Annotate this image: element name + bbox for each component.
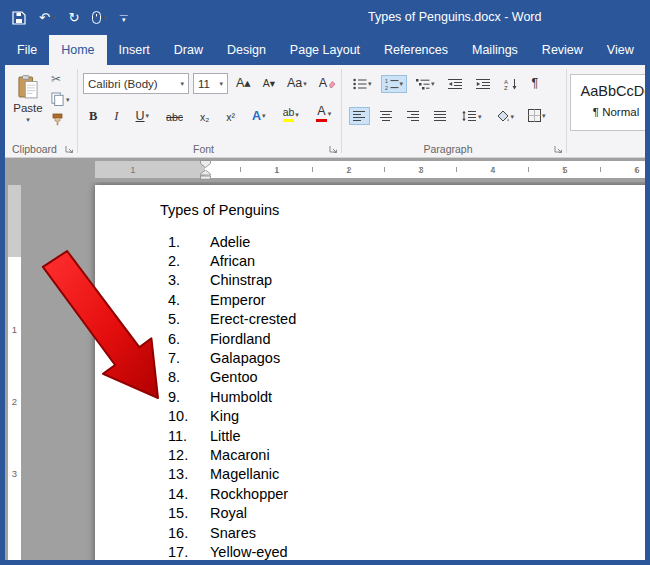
tab-draw[interactable]: Draw <box>162 35 215 65</box>
list-item: 8. Gentoo <box>95 368 645 387</box>
undo-button[interactable]: ↶▾ <box>39 11 55 24</box>
show-formatting-marks-button[interactable]: ¶ <box>528 74 543 93</box>
list-item: 15. Royal <box>95 503 645 522</box>
borders-button[interactable]: ▾ <box>524 106 550 125</box>
font-name-combobox[interactable]: Calibri (Body)▾ <box>83 73 189 94</box>
list-item: 11. Little <box>95 426 645 445</box>
touch-mode-button[interactable]: ▾ <box>92 11 107 24</box>
vertical-ruler[interactable]: 123 <box>5 182 24 560</box>
redo-button[interactable]: ↻ <box>68 11 79 24</box>
tab-home[interactable]: Home <box>49 35 106 65</box>
superscript-icon: x² <box>226 112 235 123</box>
borders-icon <box>528 109 541 122</box>
list-item-number: 7. <box>168 350 210 366</box>
list-item-number: 12. <box>168 447 210 463</box>
paragraph-dialog-launcher[interactable] <box>554 145 563 154</box>
list-item: 13. Magellanic <box>95 465 645 484</box>
shrink-font-button[interactable]: A▾ <box>259 75 279 92</box>
italic-button[interactable]: I <box>110 107 122 126</box>
bold-button[interactable]: B <box>85 107 101 126</box>
tab-view[interactable]: View <box>595 35 645 65</box>
strikethrough-icon: abc <box>166 112 183 123</box>
justify-button[interactable] <box>430 107 451 125</box>
align-center-button[interactable] <box>376 107 397 125</box>
list-item-text: Little <box>210 428 241 444</box>
shading-button[interactable]: ▾ <box>492 107 519 125</box>
bullets-button[interactable]: ▾ <box>349 75 376 93</box>
tab-design[interactable]: Design <box>215 35 278 65</box>
chevron-down-icon: ▾ <box>400 80 404 87</box>
clipboard-small-buttons: ✂ ▾ <box>51 73 70 126</box>
redo-icon: ↻ <box>68 11 79 24</box>
list-item-text: Chinstrap <box>210 272 272 288</box>
list-item: 3. Chinstrap <box>95 271 645 290</box>
hanging-indent-marker[interactable] <box>200 170 211 180</box>
line-spacing-button[interactable]: ▾ <box>457 107 486 125</box>
first-line-indent-marker[interactable] <box>200 160 211 168</box>
paste-button[interactable]: Paste ▾ <box>8 70 48 140</box>
font-dialog-launcher[interactable] <box>329 145 338 154</box>
chevron-down-icon: ▾ <box>368 80 372 87</box>
align-left-button[interactable] <box>349 107 370 125</box>
ruler-number: 2 <box>8 365 21 437</box>
customize-qat-button[interactable]: —▾ <box>120 13 128 23</box>
list-item-number: 4. <box>168 292 210 308</box>
multilevel-list-button[interactable]: ▾ <box>412 75 439 93</box>
font-size-value: 11 <box>198 78 210 90</box>
save-button[interactable] <box>12 11 26 25</box>
tab-insert[interactable]: Insert <box>107 35 162 65</box>
tab-review[interactable]: Review <box>530 35 595 65</box>
grow-font-button[interactable]: A▴ <box>232 74 255 93</box>
ribbon: Paste ▾ ✂ ▾ Clipboard Calibri <box>5 65 645 158</box>
chevron-down-icon: ▾ <box>295 111 299 118</box>
format-painter-icon <box>51 113 64 126</box>
tab-file[interactable]: File <box>5 35 49 65</box>
tab-references[interactable]: References <box>372 35 460 65</box>
highlight-color-button[interactable]: ab ▾ <box>279 104 303 125</box>
align-center-icon <box>380 110 393 122</box>
style-normal[interactable]: AaBbCcDc ¶ Normal <box>570 74 645 131</box>
increase-indent-button[interactable] <box>472 75 495 93</box>
chevron-down-icon: ▾ <box>180 80 184 87</box>
document-title-text: Types of Penguins <box>160 202 279 218</box>
list-item-number: 11. <box>168 428 210 444</box>
underline-button[interactable]: U▾ <box>132 107 154 126</box>
dialog-launcher-icon <box>329 145 338 154</box>
format-painter-button[interactable] <box>51 113 70 126</box>
ruler-number: 1 <box>8 293 21 365</box>
chevron-down-icon: ▾ <box>146 112 150 119</box>
list-item: 7. Galapagos <box>95 348 645 367</box>
list-item: 4. Emperor <box>95 290 645 309</box>
subscript-button[interactable]: x₂ <box>196 109 213 126</box>
sort-button[interactable]: AZ <box>500 75 523 93</box>
ruler-number: 1 <box>121 161 145 178</box>
align-right-button[interactable] <box>403 107 424 125</box>
text-effects-button[interactable]: A▾ <box>248 107 270 126</box>
superscript-button[interactable]: x² <box>222 109 239 126</box>
tab-page-layout[interactable]: Page Layout <box>278 35 372 65</box>
cut-button[interactable]: ✂ <box>51 73 70 85</box>
clear-formatting-button[interactable]: A <box>315 74 340 93</box>
list-item-text: Humboldt <box>210 389 272 405</box>
numbering-button[interactable]: 12 ▾ <box>381 75 408 93</box>
change-case-button[interactable]: Aa▾ <box>283 74 311 93</box>
list-item-number: 6. <box>168 331 210 347</box>
document-page[interactable]: Types of Penguins 1. Adelie 2. African 3… <box>95 185 645 560</box>
horizontal-ruler[interactable]: 1 123456 <box>5 158 645 182</box>
scissors-icon: ✂ <box>51 73 61 85</box>
clipboard-dialog-launcher[interactable] <box>65 145 74 154</box>
copy-button[interactable]: ▾ <box>51 92 70 106</box>
font-color-button[interactable]: A ▾ <box>312 102 336 125</box>
decrease-indent-button[interactable] <box>444 75 467 93</box>
ribbon-tab-bar: File Home Insert Draw Design Page Layout… <box>5 35 645 65</box>
underline-icon: U <box>136 110 145 123</box>
align-left-icon <box>353 110 366 122</box>
strikethrough-button[interactable]: abc <box>162 109 187 126</box>
clipboard-group: Paste ▾ ✂ ▾ Clipboard <box>5 65 76 157</box>
bold-icon: B <box>89 110 97 123</box>
tab-mailings[interactable]: Mailings <box>460 35 530 65</box>
font-size-combobox[interactable]: 11▾ <box>193 73 228 94</box>
ruler-number: 3 <box>385 161 457 178</box>
chevron-down-icon: ▾ <box>219 80 223 87</box>
list-item: 10. King <box>95 407 645 426</box>
